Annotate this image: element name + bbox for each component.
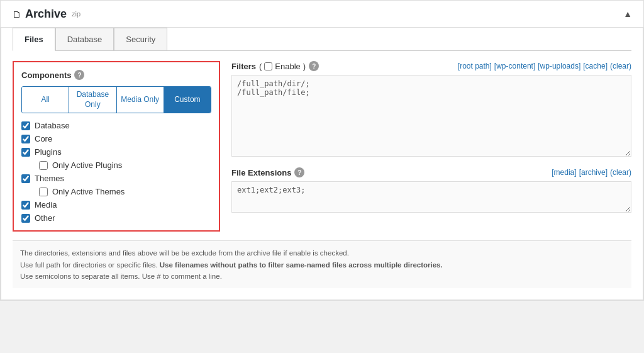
filters-links: [root path] [wp-content] [wp-uploads] [c…: [458, 62, 631, 70]
filter-enable-wrapper: ( Enable): [259, 62, 306, 71]
checkbox-only-active-plugins[interactable]: Only Active Plugins: [39, 160, 211, 170]
main-content: Files Database Security Components ? All…: [1, 28, 643, 300]
components-panel: Components ? All Database Only Media Onl…: [13, 61, 220, 232]
components-label: Components: [21, 70, 71, 80]
footer-note: The directories, extensions and files ab…: [13, 240, 631, 288]
collapse-icon[interactable]: ▲: [623, 9, 632, 19]
page-header: 🗋 Archive zip ▲: [1, 1, 643, 28]
tab-security[interactable]: Security: [114, 28, 167, 51]
checkbox-only-active-themes[interactable]: Only Active Themes: [39, 187, 211, 196]
component-buttons: All Database Only Media Only Custom: [21, 86, 211, 113]
filters-title: Filters ( Enable) ?: [231, 61, 319, 71]
checkbox-other-input[interactable]: [21, 214, 30, 223]
filter-link-wp-content[interactable]: [wp-content]: [494, 62, 535, 70]
checkbox-media-label: Media: [35, 200, 57, 210]
checkbox-core-label: Core: [35, 134, 52, 143]
filters-textarea[interactable]: /full_path/dir/; /full_path/file;: [231, 75, 631, 157]
header-left: 🗋 Archive zip: [12, 8, 80, 21]
checkbox-core[interactable]: Core: [21, 134, 211, 143]
ext-link-clear[interactable]: (clear): [610, 168, 631, 177]
checkbox-plugins-input[interactable]: [21, 148, 30, 157]
checkbox-only-active-plugins-label: Only Active Plugins: [52, 160, 122, 170]
filters-help-icon[interactable]: ?: [309, 61, 319, 71]
filters-enable-checkbox[interactable]: [264, 62, 272, 70]
filters-enable-label: Enable: [275, 62, 300, 71]
checkbox-database-input[interactable]: [21, 121, 30, 130]
tabs-bar: Files Database Security: [13, 28, 631, 51]
extensions-title: File Extensions ?: [231, 167, 304, 177]
components-heading: Components ?: [21, 70, 211, 80]
filters-section: Filters ( Enable) ? [root path] [wp-cont…: [231, 61, 631, 159]
tab-files[interactable]: Files: [13, 28, 55, 51]
extensions-links: [media] [archive] (clear): [552, 168, 631, 177]
checkbox-database[interactable]: Database: [21, 121, 211, 130]
ext-link-media[interactable]: [media]: [552, 168, 576, 177]
footer-line3: Use semicolons to separate all items. Us…: [20, 271, 624, 282]
extensions-help-icon[interactable]: ?: [294, 167, 304, 177]
checkbox-other[interactable]: Other: [21, 213, 211, 223]
checkbox-other-label: Other: [35, 213, 55, 223]
extensions-header: File Extensions ? [media] [archive] (cle…: [231, 167, 631, 177]
checkbox-core-input[interactable]: [21, 135, 30, 143]
page-title: Archive: [25, 8, 67, 21]
ext-link-archive[interactable]: [archive]: [579, 168, 608, 177]
footer-line1: The directories, extensions and files ab…: [20, 247, 624, 259]
comp-btn-all[interactable]: All: [22, 87, 69, 113]
filters-label: Filters: [231, 62, 256, 71]
tab-database[interactable]: Database: [55, 28, 114, 51]
checkbox-themes-label: Themes: [35, 174, 64, 183]
comp-btn-media-only[interactable]: Media Only: [117, 87, 164, 113]
footer-line2-prefix: Use full path for directories or specifi…: [20, 261, 160, 269]
right-panel: Filters ( Enable) ? [root path] [wp-cont…: [231, 61, 631, 232]
extensions-section: File Extensions ? [media] [archive] (cle…: [231, 167, 631, 215]
checkbox-themes[interactable]: Themes: [21, 174, 211, 183]
checkbox-media[interactable]: Media: [21, 200, 211, 210]
page-wrapper: 🗋 Archive zip ▲ Files Database Security …: [0, 0, 644, 301]
checkbox-plugins[interactable]: Plugins: [21, 147, 211, 157]
checkbox-themes-input[interactable]: [21, 174, 30, 183]
footer-line2: Use full path for directories or specifi…: [20, 259, 624, 271]
filter-link-clear[interactable]: (clear): [610, 62, 631, 70]
checkbox-database-label: Database: [35, 121, 70, 130]
checkbox-media-input[interactable]: [21, 201, 30, 210]
archive-icon: 🗋: [12, 9, 21, 20]
checkbox-only-active-themes-input[interactable]: [39, 188, 48, 196]
filter-link-root-path[interactable]: [root path]: [458, 62, 492, 70]
extensions-textarea[interactable]: ext1;ext2;ext3;: [231, 181, 631, 213]
checkbox-only-active-plugins-input[interactable]: [39, 161, 48, 170]
checkbox-list: Database Core Plugins Only: [21, 121, 211, 223]
page-subtitle: zip: [72, 10, 80, 18]
footer-line2-bold: Use filenames without paths to filter sa…: [160, 261, 443, 269]
extensions-label: File Extensions: [231, 168, 291, 177]
components-help-icon[interactable]: ?: [74, 70, 84, 80]
comp-btn-custom[interactable]: Custom: [164, 87, 211, 113]
body-row: Components ? All Database Only Media Onl…: [13, 51, 631, 232]
comp-btn-database-only[interactable]: Database Only: [69, 87, 116, 113]
filter-link-wp-uploads[interactable]: [wp-uploads]: [538, 62, 580, 70]
checkbox-only-active-themes-label: Only Active Themes: [52, 187, 125, 196]
filter-link-cache[interactable]: [cache]: [583, 62, 608, 70]
filters-header: Filters ( Enable) ? [root path] [wp-cont…: [231, 61, 631, 71]
checkbox-plugins-label: Plugins: [35, 147, 62, 157]
